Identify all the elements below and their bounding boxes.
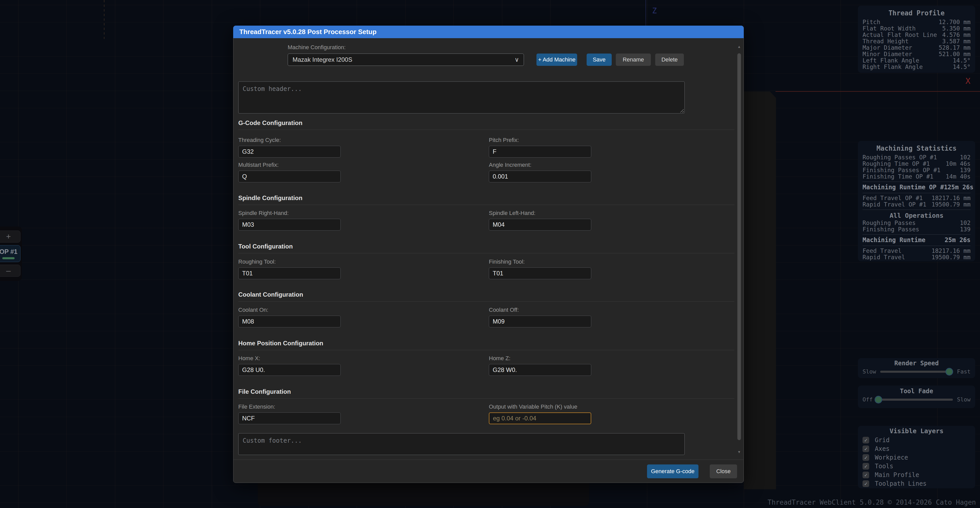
slider-thumb[interactable] — [945, 368, 953, 375]
plus-icon: + — [6, 232, 11, 241]
layer-toggle-workpiece[interactable]: ✓ Workpiece — [862, 453, 970, 462]
stat-value: 18217.16 mm — [932, 195, 970, 201]
generate-gcode-button[interactable]: Generate G-code — [647, 465, 698, 478]
home-x-label: Home X: — [238, 355, 260, 362]
coolant-off-input[interactable] — [489, 316, 591, 327]
variable-pitch-label: Output with Variable Pitch (K) value — [489, 404, 578, 410]
close-dialog-button[interactable]: Close — [710, 465, 737, 478]
stat-label: Rapid Travel OP #1 — [862, 201, 926, 208]
scroll-down-icon[interactable]: ▼ — [737, 450, 741, 454]
stat-value: 19500.79 mm — [932, 254, 970, 260]
close-profile-x-icon[interactable]: X — [963, 76, 973, 86]
slider-max-label: Fast — [957, 368, 970, 375]
machine-config-label: Machine Configuration: — [288, 44, 345, 51]
rename-machine-button[interactable]: Rename — [616, 54, 651, 66]
section-title-coolant: Coolant Configuration — [238, 291, 734, 302]
slider-thumb[interactable] — [875, 396, 882, 404]
layer-label: Axes — [875, 445, 890, 452]
layer-label: Toolpath Lines — [875, 480, 926, 487]
stat-label: Roughing Passes — [862, 220, 916, 226]
multistart-prefix-label: Multistart Prefix: — [238, 161, 279, 168]
layer-toggle-tools[interactable]: ✓ Tools — [862, 462, 970, 471]
spindle-right-input[interactable] — [238, 219, 340, 230]
add-operation-button[interactable]: + — [0, 230, 21, 243]
coolant-on-label: Coolant On: — [238, 307, 268, 313]
z-axis-label: Z — [652, 6, 657, 15]
multistart-prefix-input[interactable] — [238, 171, 340, 182]
home-z-input[interactable] — [489, 364, 591, 376]
visible-layers-title: Visible Layers — [862, 427, 970, 435]
checkbox-checked-icon[interactable]: ✓ — [862, 446, 869, 452]
scroll-up-icon[interactable]: ▲ — [737, 45, 741, 49]
stat-value: 10m 46s — [946, 161, 970, 167]
layer-toggle-main-profile[interactable]: ✓ Main Profile — [862, 471, 970, 479]
layer-label: Grid — [875, 436, 890, 444]
layer-toggle-grid[interactable]: ✓ Grid — [862, 436, 970, 444]
home-z-label: Home Z: — [489, 355, 510, 362]
home-x-input[interactable] — [238, 364, 340, 376]
stat-value: 14m 40s — [946, 173, 970, 180]
dialog-scrollbar[interactable]: ▲ ▼ — [737, 43, 741, 458]
checkbox-checked-icon[interactable]: ✓ — [862, 437, 869, 443]
roughing-tool-input[interactable] — [238, 267, 340, 279]
checkbox-checked-icon[interactable]: ✓ — [862, 463, 869, 470]
visible-layers-panel: Visible Layers ✓ Grid ✓ Axes ✓ Workpiece… — [858, 426, 975, 488]
operations-sidebar: + OP #1 – — [0, 227, 22, 281]
dialog-title: ThreadTracer v5.0.28 Post Processor Setu… — [239, 28, 377, 36]
add-machine-button[interactable]: + Add Machine — [536, 54, 577, 66]
operation-tab-op1[interactable]: OP #1 — [0, 245, 21, 262]
thread-profile-panel: Thread Profile Pitch12.700 mm Flat Root … — [858, 6, 975, 73]
machining-statistics-title: Machining Statistics — [862, 144, 970, 152]
file-extension-input[interactable] — [238, 412, 340, 424]
threading-cycle-input[interactable] — [238, 146, 340, 158]
stat-label: Thread Height — [862, 38, 908, 45]
background-console-panel — [258, 483, 589, 506]
machine-select[interactable]: Mazak Integrex I200S ∨ — [288, 54, 524, 66]
stat-label: Pitch — [862, 19, 880, 26]
checkbox-checked-icon[interactable]: ✓ — [862, 454, 869, 461]
z-axis-line — [646, 0, 646, 26]
checkbox-checked-icon[interactable]: ✓ — [862, 471, 869, 478]
stat-label: Feed Travel — [862, 248, 901, 254]
pitch-prefix-input[interactable] — [489, 146, 591, 158]
stat-label: Feed Travel OP #1 — [862, 195, 923, 201]
layer-label: Main Profile — [875, 471, 919, 479]
section-title-tool: Tool Configuration — [238, 243, 734, 253]
spindle-left-input[interactable] — [489, 219, 591, 230]
save-machine-button[interactable]: Save — [587, 54, 612, 66]
file-extension-label: File Extension: — [238, 404, 275, 410]
machining-statistics-panel: Machining Statistics Roughing Passes OP … — [858, 141, 975, 261]
section-title-home: Home Position Configuration — [238, 340, 734, 350]
divider — [862, 246, 970, 246]
roughing-tool-label: Roughing Tool: — [238, 259, 276, 265]
variable-pitch-input[interactable] — [489, 412, 591, 424]
stat-value: 12.700 mm — [939, 19, 970, 26]
layer-label: Workpiece — [875, 454, 908, 461]
custom-footer-textarea[interactable] — [238, 433, 685, 455]
custom-header-textarea[interactable] — [238, 81, 685, 113]
layer-toggle-axes[interactable]: ✓ Axes — [862, 444, 970, 453]
section-title-gcode: G-Code Configuration — [238, 119, 734, 130]
render-speed-title: Render Speed — [862, 359, 970, 367]
render-speed-slider[interactable] — [880, 371, 953, 373]
stat-label: Rapid Travel — [862, 254, 905, 260]
tool-fade-slider[interactable] — [877, 399, 953, 401]
coolant-on-input[interactable] — [238, 316, 340, 327]
stat-label: Finishing Passes — [862, 226, 920, 233]
checkbox-checked-icon[interactable]: ✓ — [862, 480, 869, 487]
stat-label: Machining Runtime OP #1 — [862, 184, 948, 191]
stat-value: 25m 26s — [945, 236, 970, 244]
dialog-titlebar[interactable]: ThreadTracer v5.0.28 Post Processor Setu… — [233, 26, 744, 38]
stat-label: Finishing Passes OP #1 — [862, 167, 940, 173]
angle-increment-input[interactable] — [489, 171, 591, 182]
finishing-tool-input[interactable] — [489, 267, 591, 279]
delete-machine-button[interactable]: Delete — [655, 54, 684, 66]
stat-label: Finishing Time OP #1 — [862, 173, 934, 180]
layer-toggle-toolpath-lines[interactable]: ✓ Toolpath Lines — [862, 479, 970, 488]
remove-operation-button[interactable]: – — [0, 265, 21, 277]
scrollbar-thumb[interactable] — [737, 53, 741, 440]
post-processor-setup-dialog: ThreadTracer v5.0.28 Post Processor Setu… — [233, 26, 744, 483]
threading-cycle-label: Threading Cycle: — [238, 137, 281, 144]
operation-tab-label: OP #1 — [0, 248, 18, 256]
stat-label: Major Diameter — [862, 45, 912, 51]
